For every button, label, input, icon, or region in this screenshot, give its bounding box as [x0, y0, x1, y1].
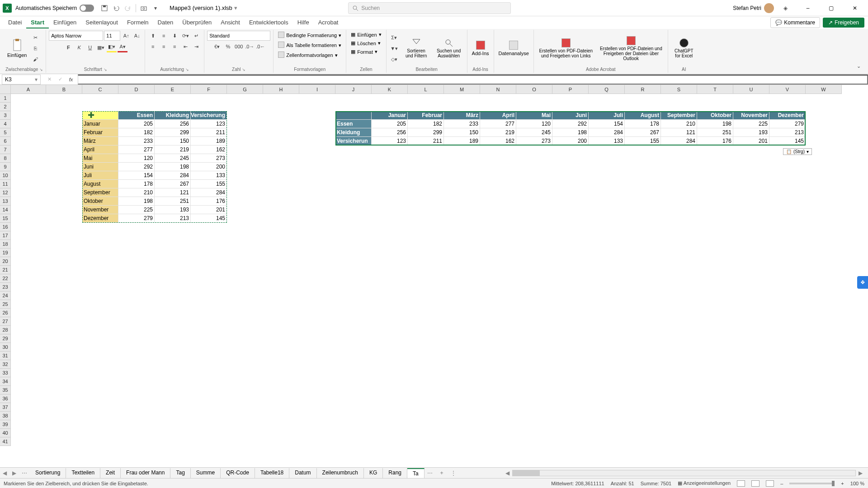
tab-acrobat[interactable]: Acrobat	[314, 17, 343, 28]
cell[interactable]: Mai	[516, 111, 552, 120]
column-header[interactable]: O	[516, 85, 552, 94]
cell[interactable]: 210	[661, 120, 697, 128]
increase-indent-icon[interactable]: ⇥	[191, 42, 201, 52]
launcher-icon[interactable]: ↘	[185, 67, 189, 72]
cell[interactable]: 198	[552, 128, 589, 137]
zoom-out-icon[interactable]: –	[780, 481, 783, 486]
addins-button[interactable]: Add-Ins	[470, 40, 491, 57]
data-analysis-button[interactable]: Datenanalyse	[497, 40, 531, 57]
row-header[interactable]: 22	[0, 274, 11, 283]
column-header[interactable]: R	[625, 85, 661, 94]
sheet-tab[interactable]: Zeit	[100, 468, 121, 478]
minimize-button[interactable]: –	[797, 1, 818, 15]
row-header[interactable]: 27	[0, 317, 11, 326]
font-size-select[interactable]	[104, 31, 120, 41]
clear-icon[interactable]: ◇▾	[389, 54, 399, 64]
increase-decimal-icon[interactable]: .0→	[245, 42, 255, 52]
cancel-formula-icon[interactable]: ✕	[44, 75, 54, 84]
comma-icon[interactable]: 000	[234, 42, 244, 52]
tab-daten[interactable]: Daten	[153, 17, 178, 28]
cell[interactable]: 182	[408, 120, 444, 128]
column-header[interactable]: H	[263, 85, 299, 94]
tab-datei[interactable]: Datei	[4, 17, 26, 28]
sheet-all-icon[interactable]: ⋯	[19, 470, 30, 476]
row-header[interactable]: 12	[0, 188, 11, 197]
column-header[interactable]: V	[769, 85, 806, 94]
cell[interactable]: 267	[625, 128, 661, 137]
tab-ansicht[interactable]: Ansicht	[216, 17, 245, 28]
increase-font-icon[interactable]: A↑	[121, 31, 131, 41]
insert-cells-button[interactable]: ▦ Einfügen ▾	[349, 31, 383, 38]
column-header[interactable]: N	[480, 85, 516, 94]
row-header[interactable]: 21	[0, 266, 11, 274]
sheet-tab[interactable]: Ta	[407, 468, 425, 478]
hscroll-left-icon[interactable]: ◀	[503, 470, 512, 476]
column-header[interactable]: F	[191, 85, 227, 94]
bold-button[interactable]: F	[63, 42, 73, 52]
horizontal-scrollbar[interactable]	[512, 470, 856, 476]
cell[interactable]: 189	[444, 137, 480, 145]
name-box[interactable]: K3▾	[2, 75, 41, 84]
row-header[interactable]: 36	[0, 394, 11, 403]
column-header[interactable]: J	[335, 85, 372, 94]
column-header[interactable]: C	[82, 85, 118, 94]
cell[interactable]: 284	[589, 128, 625, 137]
font-color-button[interactable]: A▾	[118, 42, 127, 52]
align-center-icon[interactable]: ≡	[159, 42, 169, 52]
zoom-in-icon[interactable]: +	[841, 481, 844, 486]
cut-icon[interactable]: ✂	[30, 33, 40, 42]
column-header[interactable]: U	[733, 85, 769, 94]
row-header[interactable]: 9	[0, 163, 11, 171]
column-header[interactable]: G	[227, 85, 263, 94]
copy-icon[interactable]: ⎘	[30, 43, 40, 53]
cell[interactable]: 154	[589, 120, 625, 128]
search-input[interactable]: Suchen	[348, 2, 511, 14]
cell[interactable]: 162	[480, 137, 516, 145]
fx-icon[interactable]: fx	[66, 75, 76, 84]
currency-icon[interactable]: €▾	[212, 42, 222, 52]
row-header[interactable]: 18	[0, 240, 11, 249]
cell[interactable]: 245	[516, 128, 552, 137]
row-header[interactable]: 41	[0, 437, 11, 446]
row-header[interactable]: 17	[0, 231, 11, 240]
fill-color-button[interactable]: ◧▾	[107, 42, 117, 52]
row-header[interactable]: 2	[0, 103, 11, 111]
qat-dropdown-icon[interactable]: ▾	[151, 4, 160, 13]
camera-icon[interactable]	[139, 4, 148, 13]
sheet-tab[interactable]: Datum	[289, 468, 316, 478]
sort-filter-button[interactable]: Sortieren und Filtern	[401, 38, 432, 59]
cell[interactable]: Kleidung	[335, 128, 372, 137]
row-header[interactable]: 35	[0, 386, 11, 394]
cell[interactable]: Oktober	[697, 111, 733, 120]
cell[interactable]: 120	[516, 120, 552, 128]
align-left-icon[interactable]: ≡	[148, 42, 158, 52]
column-header[interactable]: S	[661, 85, 697, 94]
create-pdf-outlook-button[interactable]: Erstellen von PDF-Dateien und Freigeben …	[597, 35, 665, 62]
row-header[interactable]: 3	[0, 111, 11, 120]
collapse-ribbon-icon[interactable]: ⌄	[854, 61, 863, 71]
chatgpt-button[interactable]: ChatGPT for Excel	[671, 38, 697, 59]
find-select-button[interactable]: Suchen und Auswählen	[434, 38, 464, 59]
delete-cells-button[interactable]: ▦ Löschen ▾	[349, 39, 382, 47]
tab-start[interactable]: Start	[26, 17, 49, 28]
cell[interactable]: 155	[625, 137, 661, 145]
paste-options-badge[interactable]: 📋(Strg)▾	[783, 148, 812, 155]
undo-icon[interactable]	[112, 4, 121, 13]
sheet-tab[interactable]: Sortierung	[30, 468, 66, 478]
cell[interactable]: 133	[589, 137, 625, 145]
row-header[interactable]: 7	[0, 145, 11, 154]
cell[interactable]: 205	[372, 120, 408, 128]
normal-view-icon[interactable]	[737, 480, 745, 487]
sheet-prev-icon[interactable]: ◀	[0, 470, 9, 476]
cell[interactable]: 176	[697, 137, 733, 145]
row-header[interactable]: 24	[0, 291, 11, 300]
sheet-tab[interactable]: Rang	[383, 468, 407, 478]
comments-button[interactable]: 💬 Kommentare	[770, 17, 820, 28]
cell[interactable]: 193	[733, 128, 769, 137]
add-sheet-button[interactable]: ＋	[435, 469, 448, 477]
italic-button[interactable]: K	[74, 42, 84, 52]
percent-icon[interactable]: %	[223, 42, 233, 52]
create-pdf-link-button[interactable]: Erstellen von PDF-Dateien und Freigeben …	[537, 38, 595, 59]
cell[interactable]: März	[444, 111, 480, 120]
sheet-tab[interactable]: Zeilenumbruch	[317, 468, 364, 478]
